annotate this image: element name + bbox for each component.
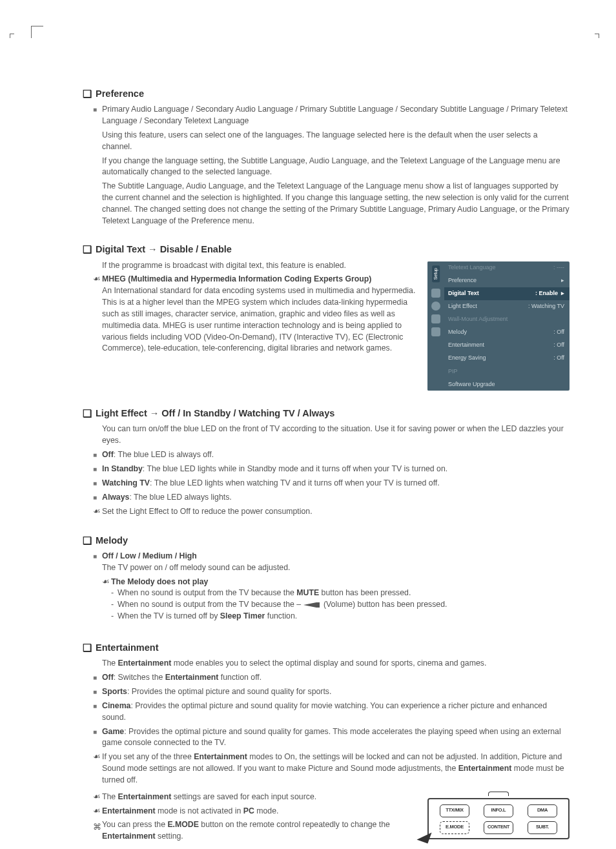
heading-light-effect: ❑Light Effect → Off / In Standby / Watch…	[83, 406, 570, 421]
note-icon: ☙	[93, 806, 102, 817]
body-text: An International standard for data encod…	[102, 285, 420, 354]
body-text: Using this feature, users can select one…	[102, 130, 570, 153]
heading-text: Digital Text → Disable / Enable	[96, 244, 232, 254]
osd-item: Wall-Mount Adjustment	[444, 313, 570, 326]
heading-digital-text: ❑Digital Text → Disable / Enable	[83, 242, 570, 257]
note-item: ⌘You can press the E.MODE button on the …	[93, 819, 420, 843]
note-icon: ☙	[102, 577, 111, 622]
remote-illustration: TTX/MIX INFO.L DMA E.MODE CONTENT SUBT.	[427, 792, 570, 839]
list-item: ■Sports: Provides the optimal picture an…	[93, 686, 570, 698]
heading-text: Light Effect → Off / In Standby / Watchi…	[96, 408, 334, 418]
osd-sidebar: Setup	[427, 261, 444, 391]
osd-tab-label: Setup	[432, 265, 440, 282]
body-text: Set the Light Effect to Off to reduce th…	[102, 506, 570, 518]
osd-icon	[431, 289, 440, 298]
crop-mark	[10, 34, 14, 38]
note-icon: ☙	[93, 506, 102, 518]
note-item: ☙ The Melody does not play -When no soun…	[102, 577, 570, 622]
osd-icon	[431, 327, 440, 336]
bullet-icon: ■	[93, 551, 102, 625]
remote-button-emode: E.MODE	[440, 821, 469, 834]
list-item: ■Game: Provides the optimal picture and …	[93, 726, 570, 750]
list-item: ☙ MHEG (Multimedia and Hypermedia Inform…	[93, 274, 420, 354]
list-item: ■Always: The blue LED always lights.	[93, 492, 570, 504]
remote-icon: ⌘	[93, 822, 102, 843]
list-item: ■Off: Switches the Entertainment functio…	[93, 672, 570, 684]
heading-text: Preference	[96, 88, 144, 99]
heading-text: Melody	[96, 535, 128, 546]
note-icon: ☙	[93, 752, 102, 786]
remote-button-subt: SUBT.	[528, 821, 557, 834]
remote-grip-icon	[488, 792, 509, 796]
bullet-icon: ■	[93, 478, 102, 489]
note-item: ☙The Entertainment settings are saved fo…	[93, 792, 420, 803]
osd-item: Preference▸	[444, 274, 570, 287]
page: ❑Preference ■ Primary Audio Language / S…	[0, 0, 616, 849]
osd-icon	[431, 314, 440, 323]
heading-entertainment: ❑Entertainment	[83, 640, 570, 655]
osd-screenshot: Setup Teletext Language: ---- Preference…	[427, 261, 570, 391]
list-item: ■Off: The blue LED is always off.	[93, 449, 570, 461]
body-text: You can turn on/off the blue LED on the …	[102, 424, 570, 447]
bullet-icon: ■	[93, 464, 102, 475]
osd-icon	[431, 302, 440, 311]
body-text: Primary Audio Language / Secondary Audio…	[102, 104, 570, 127]
subheading: MHEG (Multimedia and Hypermedia Informat…	[102, 274, 420, 285]
list-item: ■Cinema: Provides the optimal picture an…	[93, 701, 570, 724]
body-text: If you change the language setting, the …	[102, 156, 570, 179]
remote-button-content: CONTENT	[484, 821, 513, 834]
note-item: ☙If you set any of the three Entertainme…	[93, 752, 570, 786]
osd-item: Software Upgrade	[444, 378, 570, 391]
heading-preference: ❑Preference	[83, 87, 570, 101]
subheading: Off / Low / Medium / High	[102, 551, 570, 562]
note-icon: ☙	[93, 792, 102, 803]
body-text: -When no sound is output from the TV bec…	[111, 588, 570, 599]
osd-item: Entertainment: Off	[444, 339, 570, 352]
bullet-icon: ■	[93, 449, 102, 461]
osd-item: PIP	[444, 365, 570, 378]
heading-text: Entertainment	[96, 642, 159, 653]
list-item: ■In Standby: The blue LED lights while i…	[93, 464, 570, 475]
osd-menu: Teletext Language: ---- Preference▸ Digi…	[444, 261, 570, 391]
subheading: The Melody does not play	[111, 577, 570, 588]
list-item: ■ Off / Low / Medium / High The TV power…	[93, 551, 570, 625]
note-item: ☙Entertainment mode is not activated in …	[93, 806, 420, 817]
list-item: ■ Primary Audio Language / Secondary Aud…	[93, 104, 570, 227]
svg-rect-1	[316, 602, 320, 608]
body-text: The Subtitle Language, Audio Language, a…	[102, 181, 570, 227]
osd-item: Melody: Off	[444, 326, 570, 339]
body-text: If the programme is broadcast with digit…	[102, 260, 420, 272]
heading-melody: ❑Melody	[83, 533, 570, 548]
body-text: The TV power on / off melody sound can b…	[102, 562, 570, 574]
bullet-icon: ■	[93, 701, 102, 724]
svg-marker-0	[303, 602, 316, 608]
osd-item-selected: Digital Text: Enable ▸	[444, 287, 570, 300]
crop-mark	[595, 34, 599, 38]
bullet-icon: ■	[93, 492, 102, 504]
bullet-icon: ■	[93, 726, 102, 750]
crop-mark	[31, 26, 43, 38]
remote-button-dma: DMA	[528, 804, 557, 817]
list-item: ■Watching TV: The blue LED lights when w…	[93, 478, 570, 489]
note-item: ☙Set the Light Effect to Off to reduce t…	[93, 506, 570, 518]
bullet-icon: ■	[93, 672, 102, 684]
body-text: -When no sound is output from the TV bec…	[111, 599, 570, 611]
volume-down-icon	[303, 602, 322, 608]
osd-item: Light Effect: Watching TV	[444, 300, 570, 313]
body-text: -When the TV is turned off by Sleep Time…	[111, 611, 570, 622]
note-icon: ☙	[93, 274, 102, 354]
bullet-icon: ■	[93, 104, 102, 227]
osd-item: Energy Saving: Off	[444, 352, 570, 365]
osd-item: Teletext Language: ----	[444, 261, 570, 274]
bullet-icon: ■	[93, 686, 102, 698]
body-text: The Entertainment mode enables you to se…	[102, 658, 570, 670]
remote-button-ttxmix: TTX/MIX	[440, 804, 469, 817]
remote-button-info: INFO.L	[484, 804, 513, 817]
